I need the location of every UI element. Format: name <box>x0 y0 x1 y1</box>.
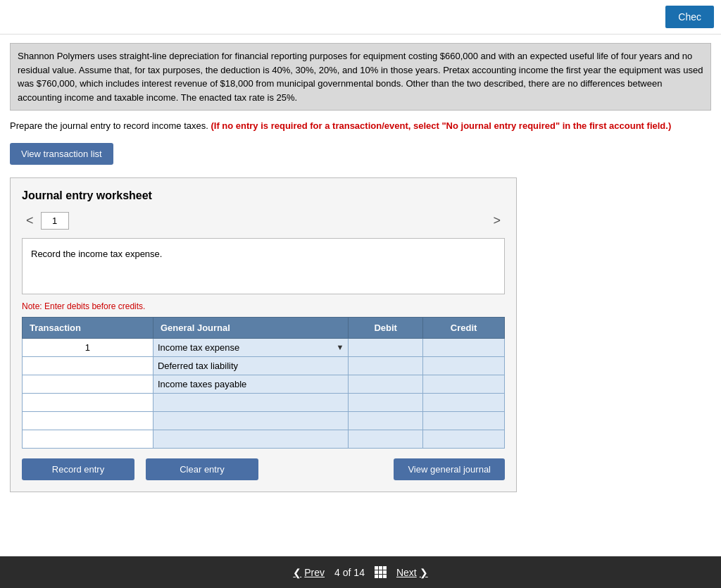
table-row <box>23 430 505 448</box>
general-journal-cell-3[interactable]: Income taxes payable <box>153 375 348 393</box>
general-journal-cell-1[interactable]: Income tax expense ▼ <box>153 338 348 356</box>
transaction-num-2 <box>23 356 153 375</box>
dropdown-arrow-1[interactable]: ▼ <box>336 343 344 351</box>
credit-cell-6[interactable] <box>423 430 505 448</box>
transaction-num-3 <box>23 375 153 393</box>
worksheet-title: Journal entry worksheet <box>22 189 505 202</box>
view-general-journal-button[interactable]: View general journal <box>394 458 505 480</box>
col-header-general-journal: General Journal <box>153 317 348 338</box>
general-journal-cell-5[interactable] <box>153 411 348 430</box>
record-description-text: Record the income tax expense. <box>31 249 162 259</box>
clear-entry-button[interactable]: Clear entry <box>146 458 258 480</box>
debit-cell-4[interactable] <box>349 393 423 411</box>
view-transaction-button[interactable]: View transaction list <box>10 143 113 165</box>
tab-prev-arrow[interactable]: < <box>22 212 38 230</box>
transaction-num-6 <box>23 430 153 448</box>
description-box: Shannon Polymers uses straight-line depr… <box>10 43 711 111</box>
note-text: Note: Enter debits before credits. <box>22 301 505 311</box>
table-row: 1 Income tax expense ▼ <box>23 338 505 356</box>
journal-table: Transaction General Journal Debit Credit… <box>22 317 505 449</box>
table-row: Deferred tax liability <box>23 356 505 375</box>
credit-cell-4[interactable] <box>423 393 505 411</box>
instruction-prefix: Prepare the journal entry to record inco… <box>10 120 208 131</box>
col-header-transaction: Transaction <box>23 317 153 338</box>
instruction-red: (If no entry is required for a transacti… <box>211 120 671 131</box>
credit-cell-2[interactable] <box>423 356 505 375</box>
credit-cell-1[interactable] <box>423 338 505 356</box>
tab-nav: < 1 > <box>22 212 505 230</box>
general-journal-cell-2[interactable]: Deferred tax liability <box>153 356 348 375</box>
credit-cell-5[interactable] <box>423 411 505 430</box>
tab-next-arrow[interactable]: > <box>489 212 505 230</box>
check-button[interactable]: Chec <box>665 6 714 28</box>
top-bar: Chec <box>0 0 721 35</box>
description-text: Shannon Polymers uses straight-line depr… <box>18 51 703 103</box>
table-row <box>23 411 505 430</box>
general-journal-cell-6[interactable] <box>153 430 348 448</box>
transaction-num-4 <box>23 393 153 411</box>
main-content: Shannon Polymers uses straight-line depr… <box>0 35 721 501</box>
gj-text-1: Income tax expense <box>158 342 239 353</box>
col-header-debit: Debit <box>349 317 423 338</box>
general-journal-cell-4[interactable] <box>153 393 348 411</box>
tab-1[interactable]: 1 <box>41 212 69 230</box>
transaction-num-1: 1 <box>23 338 153 356</box>
gj-text-3: Income taxes payable <box>158 379 246 389</box>
instruction-text: Prepare the journal entry to record inco… <box>10 119 711 133</box>
debit-cell-1[interactable] <box>349 338 423 356</box>
table-row: Income taxes payable <box>23 375 505 393</box>
transaction-num-5 <box>23 411 153 430</box>
gj-text-2: Deferred tax liability <box>158 361 238 371</box>
btn-row: Record entry Clear entry View general jo… <box>22 458 505 480</box>
record-description: Record the income tax expense. <box>22 238 505 294</box>
debit-cell-3[interactable] <box>349 375 423 393</box>
col-header-credit: Credit <box>423 317 505 338</box>
debit-cell-6[interactable] <box>349 430 423 448</box>
debit-cell-5[interactable] <box>349 411 423 430</box>
record-entry-button[interactable]: Record entry <box>22 458 134 480</box>
debit-cell-2[interactable] <box>349 356 423 375</box>
credit-cell-3[interactable] <box>423 375 505 393</box>
table-row <box>23 393 505 411</box>
worksheet-container: Journal entry worksheet < 1 > Record the… <box>10 177 517 492</box>
